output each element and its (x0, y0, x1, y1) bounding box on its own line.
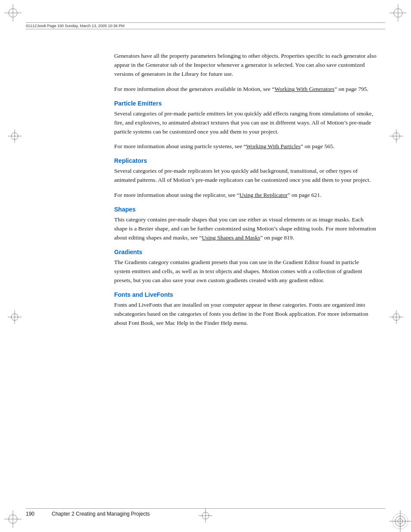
header-info-text: 01112.book Page 190 Sunday, March 13, 20… (26, 24, 125, 28)
generators-link[interactable]: Working With Generators (274, 86, 334, 92)
main-content: Generators have all the property paramet… (114, 52, 377, 489)
chapter-info: Chapter 2 Creating and Managing Projects (52, 511, 149, 517)
reg-mark-right-lower (389, 310, 403, 326)
gradients-body: The Gradients category contains gradient… (114, 258, 377, 285)
particle-emitters-body: Several categories of pre-made particle … (114, 109, 377, 137)
replicator-link[interactable]: Using the Replicator (240, 192, 288, 198)
reg-mark-right-mid (389, 129, 403, 145)
section-heading-particle-emitters: Particle Emitters (114, 100, 377, 107)
shapes-body: This category contains pre-made shapes t… (114, 215, 377, 243)
reg-mark-bottom-left (4, 510, 22, 528)
page-number: 190 (26, 511, 43, 517)
section-heading-replicators: Replicators (114, 157, 377, 164)
fonts-body: Fonts and LiveFonts that are installed o… (114, 301, 377, 328)
section-heading-shapes: Shapes (114, 206, 377, 213)
reg-mark-top-left (4, 4, 22, 22)
reg-mark-left-mid (8, 129, 22, 145)
page-container: 01112.book Page 190 Sunday, March 13, 20… (0, 0, 411, 532)
replicators-body: Several categories of pre-made replicato… (114, 167, 377, 185)
replicators-more-info: For more information about using the rep… (114, 191, 377, 200)
particle-emitters-more-info: For more information about using particl… (114, 142, 377, 151)
shapes-masks-link[interactable]: Using Shapes and Masks (202, 234, 260, 241)
header-bar: 01112.book Page 190 Sunday, March 13, 20… (26, 22, 385, 29)
page-footer: 190 Chapter 2 Creating and Managing Proj… (26, 508, 385, 517)
generators-more-info: For more information about the generator… (114, 85, 377, 94)
reg-mark-bottom-right (389, 510, 407, 528)
intro-paragraph: Generators have all the property paramet… (114, 52, 377, 79)
section-heading-fonts: Fonts and LiveFonts (114, 291, 377, 298)
particles-link[interactable]: Working With Particles (246, 143, 300, 149)
reg-mark-left-lower (8, 310, 22, 326)
reg-mark-top-right (389, 4, 407, 22)
section-heading-gradients: Gradients (114, 249, 377, 255)
